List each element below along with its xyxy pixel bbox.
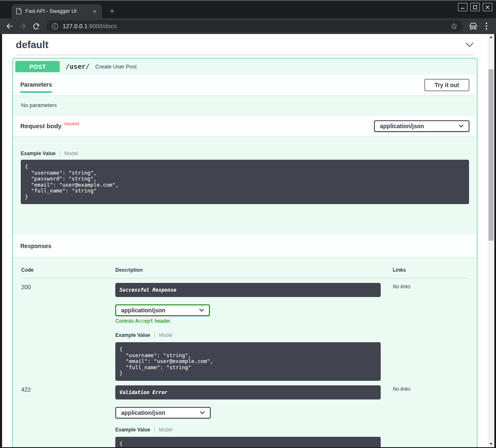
opblock-summary[interactable]: POST /user/ Create User Post <box>13 58 477 75</box>
controls-accept-note: Controls Accept header. <box>115 318 393 324</box>
endpoint-path: /user/ <box>64 63 91 71</box>
responses-header: Responses <box>13 234 477 257</box>
tab-title: Fast API - Swagger UI <box>25 8 88 14</box>
responses-table: Code Description Links 200 Successful Re… <box>13 257 477 447</box>
tab-model[interactable]: Model <box>64 151 78 156</box>
response-code-200: 200 <box>21 283 115 290</box>
browser-toolbar: 127.0.0.1:8000/docs <box>0 18 496 34</box>
maximize-button[interactable] <box>470 3 480 11</box>
incognito-icon <box>468 21 479 32</box>
request-content-type-value: application/json <box>380 123 424 129</box>
response-200-example-code[interactable]: { "username": "string", "email": "user@e… <box>115 342 381 381</box>
response-200-description-cell: Successful Response application/json Con… <box>115 283 393 381</box>
response-code-422: 422 <box>21 385 115 393</box>
try-it-out-button[interactable]: Try it out <box>424 79 469 91</box>
page-content: default POST /user/ Create User Post Par… <box>2 34 488 447</box>
response-200-links: No links <box>393 283 469 290</box>
method-badge: POST <box>15 61 60 72</box>
response-422-description-cell: Validation Error application/json Exampl… <box>115 385 393 448</box>
request-body-example-code[interactable]: { "username": "string", "password": "str… <box>21 160 469 204</box>
tab-model[interactable]: Model <box>159 427 173 433</box>
tab-strip: Fast API - Swagger UI ✕ + <box>0 2 496 18</box>
back-button[interactable] <box>4 21 15 32</box>
request-body-title-wrap: Request bodyrequired <box>20 122 79 130</box>
tab-example-value[interactable]: Example Value <box>21 151 56 156</box>
response-200-description: Successful Response <box>115 283 381 297</box>
tab-separator <box>60 151 60 156</box>
chevron-down-icon <box>459 124 464 128</box>
responses-title: Responses <box>20 243 51 249</box>
browser-tab[interactable]: Fast API - Swagger UI ✕ <box>12 4 102 18</box>
scrollbar-up-arrow[interactable] <box>488 34 494 40</box>
response-422-links: No links <box>393 385 469 392</box>
tab-parameters[interactable]: Parameters <box>20 77 52 93</box>
page-favicon-icon <box>16 8 22 15</box>
section-title: default <box>16 39 49 51</box>
responses-table-header: Code Description Links <box>21 267 469 278</box>
url-host: 127.0.0.1 <box>63 23 88 29</box>
tab-model[interactable]: Model <box>159 332 173 338</box>
required-label: required <box>64 122 79 126</box>
reload-button[interactable] <box>31 21 41 32</box>
url-text[interactable]: 127.0.0.1:8000/docs <box>63 23 446 29</box>
site-info-icon[interactable] <box>51 23 58 30</box>
response-row-200: 200 Successful Response application/json… <box>21 283 469 381</box>
scrollbar-thumb[interactable] <box>489 69 494 241</box>
opblock-post-user: POST /user/ Create User Post Parameters … <box>12 58 477 447</box>
api-section-header[interactable]: default <box>12 37 477 55</box>
browser-menu-button[interactable] <box>481 21 492 32</box>
chevron-down-icon <box>200 411 205 414</box>
tab-example-value[interactable]: Example Value <box>115 332 150 338</box>
close-window-button[interactable] <box>483 3 492 11</box>
response-422-media-type-select[interactable]: application/json <box>115 407 211 419</box>
table-header-divider <box>21 278 469 278</box>
col-header-description: Description <box>115 267 393 273</box>
new-tab-button[interactable]: + <box>107 7 117 17</box>
request-body-header: Request bodyrequired application/json <box>13 116 477 136</box>
request-body-example-area: Example Value Model { "username": "strin… <box>13 136 477 234</box>
tab-separator <box>154 427 155 433</box>
scrollbar-down-arrow[interactable] <box>488 441 494 447</box>
spacer <box>21 204 469 234</box>
response-422-description: Validation Error <box>115 385 381 399</box>
section-divider <box>16 55 474 55</box>
window-controls <box>458 3 492 11</box>
parameters-header: Parameters Try it out <box>13 75 477 95</box>
url-path: :8000/docs <box>88 23 117 29</box>
page-scrollbar[interactable] <box>488 34 494 447</box>
response-200-media-type-select[interactable]: application/json <box>115 304 210 316</box>
col-header-code: Code <box>21 267 115 273</box>
no-parameters-text: No parameters <box>13 95 477 116</box>
response-422-example-code[interactable]: { "detail": [ <box>115 437 381 448</box>
minimize-button[interactable] <box>458 3 467 11</box>
forward-button[interactable] <box>17 21 28 32</box>
tab-close-icon[interactable]: ✕ <box>92 8 98 15</box>
col-header-links: Links <box>393 267 469 273</box>
section-collapse-chevron-icon[interactable] <box>465 42 474 48</box>
tab-example-value[interactable]: Example Value <box>115 427 150 433</box>
request-content-type-select[interactable]: application/json <box>374 120 469 132</box>
response-422-media-type-value: application/json <box>121 409 165 416</box>
response-200-media-type-value: application/json <box>121 307 165 314</box>
tab-separator <box>154 332 155 338</box>
browser-window: Fast API - Swagger UI ✕ + <box>0 0 496 448</box>
request-body-title: Request body <box>20 122 61 129</box>
address-bar[interactable]: 127.0.0.1:8000/docs <box>46 20 463 32</box>
chevron-down-icon <box>199 309 204 312</box>
endpoint-summary: Create User Post <box>95 63 137 70</box>
response-row-422: 422 Validation Error application/json Ex… <box>21 385 469 448</box>
bookmark-star-icon[interactable] <box>450 22 458 30</box>
